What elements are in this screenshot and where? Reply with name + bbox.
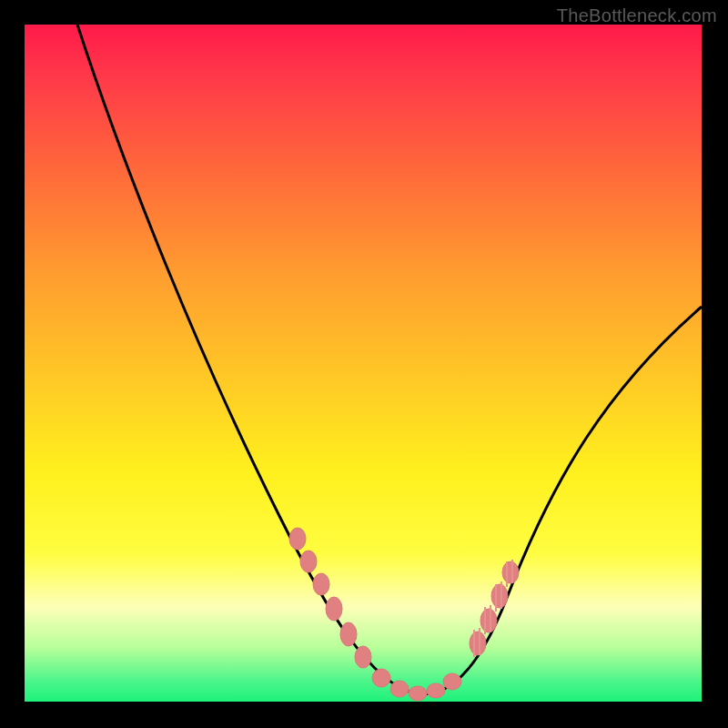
- watermark-text: TheBottleneck.com: [557, 5, 717, 26]
- svg-point-4: [340, 622, 357, 646]
- marker-cluster-left: [289, 528, 371, 668]
- svg-point-5: [355, 646, 371, 668]
- svg-point-9: [427, 683, 445, 698]
- svg-point-14: [502, 561, 519, 583]
- svg-point-6: [372, 669, 390, 687]
- marker-cluster-right: [470, 560, 519, 657]
- chart-svg: [25, 25, 702, 702]
- svg-point-8: [409, 686, 427, 701]
- svg-point-0: [289, 528, 306, 550]
- marker-cluster-bottom: [372, 669, 461, 701]
- svg-point-10: [443, 673, 461, 690]
- svg-point-1: [300, 551, 317, 572]
- svg-point-11: [470, 632, 486, 655]
- svg-point-2: [313, 573, 329, 595]
- svg-point-7: [390, 681, 409, 697]
- svg-point-12: [480, 609, 497, 632]
- bottleneck-curve: [77, 25, 702, 694]
- svg-point-3: [326, 597, 342, 621]
- svg-point-13: [491, 584, 508, 608]
